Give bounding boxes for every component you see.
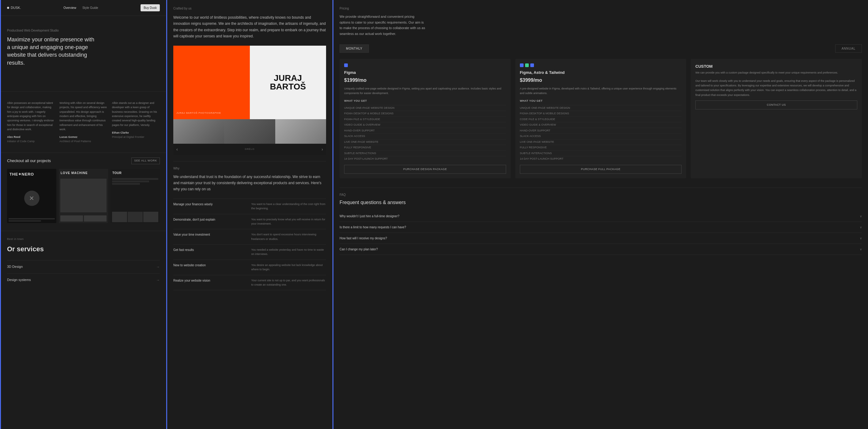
portfolio-showcase: JURAJ BARTOŠ PHOTOGRAPHIE JURAJBARTOŠ ‹ … <box>173 46 326 155</box>
pricing-intro: We provide straightforward and convenien… <box>340 14 425 37</box>
portfolio-next-button[interactable]: › <box>321 146 323 152</box>
reason-finances-desc: You want to have a clear understanding o… <box>251 202 327 211</box>
figma-feat-2: FIGMA DESKTOP & MOBILE DESIGNS <box>344 111 506 116</box>
portfolio-prev-button[interactable]: ‹ <box>176 146 178 152</box>
faq-q1: Why wouldn't I just hire a full-time des… <box>340 214 399 219</box>
projects-section: Checkout all our projects SEE ALL WORK T… <box>1 152 166 228</box>
right-panel: Pricing We provide straightforward and c… <box>334 0 868 429</box>
reason-finances-title: Manage your finances wisely <box>173 202 248 211</box>
custom-card-desc: We can provide you with a custom package… <box>695 70 857 75</box>
nav-overview[interactable]: Overview <box>63 5 76 10</box>
testimonial-3-author: Ethan Clarke <box>112 131 160 135</box>
testimonial-2-text: Working with Albin on several design pro… <box>59 101 107 132</box>
reason-time-title: Value your time investment <box>173 232 248 241</box>
services-label: Best in town <box>7 237 160 241</box>
portfolio-label: DRÉLO <box>245 147 255 151</box>
custom-card-title: CUSTOM <box>695 63 857 69</box>
testimonial-1: Albin possesses an exceptional talent fo… <box>7 101 55 144</box>
figma-purchase-button[interactable]: PURCHASE DESIGN PACKAGE <box>344 165 506 174</box>
pricing-cards: Figma $1999/mo Uniquely crafted one-page… <box>340 59 862 178</box>
crafted-text: Welcome to our world of limitless possib… <box>173 15 326 39</box>
astro-feat-8: FULLY RESPONSIVE <box>520 145 682 150</box>
faq-item-3[interactable]: How fast will I receive my designs? ∨ <box>340 233 862 244</box>
figma-feat-3: FIGMA FILE & STYLEGUIDE <box>344 116 506 122</box>
figma-feat-7: LIVE ONE-PAGE WEBSITE <box>344 139 506 145</box>
card-figma-icons <box>344 63 506 67</box>
portfolio-subtitle: JURAJ BARTOŠ PHOTOGRAPHIE <box>176 111 247 115</box>
custom-card-extra: Our team will work closely with you to u… <box>695 79 857 97</box>
nav-items: Overview Style Guide <box>63 5 98 10</box>
reason-new-desc: You desire an appealing website but lack… <box>251 263 327 272</box>
faq-section: FAQ Frequent questions & answers Why wou… <box>340 188 862 255</box>
project-nero[interactable]: THE✦NERO ✕ <box>7 169 56 223</box>
services-section: Best in town Or services 3D Design → Des… <box>1 231 166 293</box>
testimonial-3: Albin stands out as a designer and devel… <box>112 101 160 144</box>
why-text: We understand that trust is the foundati… <box>173 174 326 193</box>
crafted-label: Crafted by us <box>173 6 326 11</box>
pricing-card-astro: Figma, Astro & Tailwind $3999/mo A pre-d… <box>515 59 686 178</box>
figma-card-desc: Uniquely crafted one-page website design… <box>344 86 506 95</box>
faq-chevron-4: ∨ <box>860 247 862 252</box>
astro-what-label: What you get <box>520 99 682 103</box>
reason-new-title: New to website creation <box>173 263 248 272</box>
portfolio-photos <box>173 119 326 144</box>
reason-time-desc: You don't want to spend excessive hours … <box>251 232 327 241</box>
astro-feat-1: UNIQUE ONE-PAGE WEBSITE DESIGN <box>520 105 682 111</box>
logo-icon <box>7 7 9 9</box>
service-ds-arrow: → <box>156 277 160 283</box>
astro-feat-9: SUBTLE INTERACTIONS <box>520 150 682 156</box>
testimonial-1-text: Albin possesses an exceptional talent fo… <box>7 101 55 132</box>
astro-feat-4: VIDEO GUIDE & OVERVIEW <box>520 122 682 128</box>
astro-icon-2 <box>525 63 529 67</box>
tab-annual[interactable]: ANNUAL <box>835 45 862 53</box>
service-design-systems[interactable]: Design systems → <box>7 273 160 287</box>
card-astro-icons <box>520 63 682 67</box>
figma-card-title: Figma <box>344 69 506 76</box>
left-panel: DUSK. Overview Style Guide Buy Dusk Prod… <box>1 0 166 429</box>
figma-icon <box>344 63 348 67</box>
nav-styleguide[interactable]: Style Guide <box>82 5 98 10</box>
faq-title: Frequent questions & answers <box>340 199 862 206</box>
project-love[interactable]: LOVE MACHINE <box>59 169 108 223</box>
faq-q3: How fast will I receive my designs? <box>340 236 387 240</box>
faq-item-4[interactable]: Can I change my plan later? ∨ <box>340 244 862 255</box>
reason-new: New to website creation You desire an ap… <box>173 260 326 275</box>
service-3d-design[interactable]: 3D Design → <box>7 260 160 273</box>
astro-feat-7: LIVE ONE-PAGE WEBSITE <box>520 139 682 145</box>
portfolio-nav: ‹ DRÉLO › <box>173 144 326 155</box>
figma-card-price: $1999/mo <box>344 77 506 84</box>
reason-fast: Get fast results You needed a website ye… <box>173 245 326 260</box>
projects-title: Checkout all our projects <box>7 158 51 164</box>
hero-section: Productised Web Development Studio Maxim… <box>1 16 166 73</box>
faq-item-2[interactable]: Is there a limit to how many requests I … <box>340 222 862 233</box>
faq-chevron-2: ∨ <box>860 225 862 230</box>
astro-icon-3 <box>530 63 534 67</box>
faq-item-1[interactable]: Why wouldn't I just hire a full-time des… <box>340 211 862 222</box>
header: DUSK. Overview Style Guide Buy Dusk <box>1 0 166 16</box>
portfolio-photo-1 <box>173 119 224 144</box>
buy-button[interactable]: Buy Dusk <box>141 4 160 11</box>
reason-demonstrate: Demonstrate, don't just explain You want… <box>173 214 326 230</box>
logo: DUSK. <box>7 5 21 10</box>
service-3d-arrow: → <box>156 264 160 270</box>
astro-icon-1 <box>520 63 524 67</box>
astro-purchase-button[interactable]: PURCHASE FULL PACKAGE <box>520 165 682 174</box>
figma-feat-5: HAND-OVER SUPPORT <box>344 128 506 134</box>
portfolio-orange-panel: JURAJ BARTOŠ PHOTOGRAPHIE <box>173 46 250 119</box>
figma-feat-10: 14 DAY POST-LAUNCH SUPPORT <box>344 156 506 162</box>
project-tour[interactable]: TOUR <box>111 169 160 223</box>
figma-feat-1: UNIQUE ONE-PAGE WEBSITE DESIGN <box>344 105 506 111</box>
custom-contact-button[interactable]: CONTACT US <box>695 101 857 110</box>
astro-card-price: $3999/mo <box>520 77 682 84</box>
tab-monthly[interactable]: MONTHLY <box>340 45 369 53</box>
pricing-label: Pricing <box>340 6 862 11</box>
see-all-button[interactable]: SEE ALL WORK <box>131 158 160 164</box>
testimonial-2-author: Lucas Gomez <box>59 135 107 139</box>
hero-subtitle: Productised Web Development Studio <box>7 28 160 33</box>
faq-label: FAQ <box>340 193 862 197</box>
testimonial-1-author: Alex Reed <box>7 135 55 139</box>
figma-feat-6: SLACK ACCESS <box>344 133 506 139</box>
pricing-card-custom: CUSTOM We can provide you with a custom … <box>691 59 862 178</box>
logo-text: DUSK. <box>11 5 21 10</box>
testimonials: Albin possesses an exceptional talent fo… <box>1 91 166 153</box>
